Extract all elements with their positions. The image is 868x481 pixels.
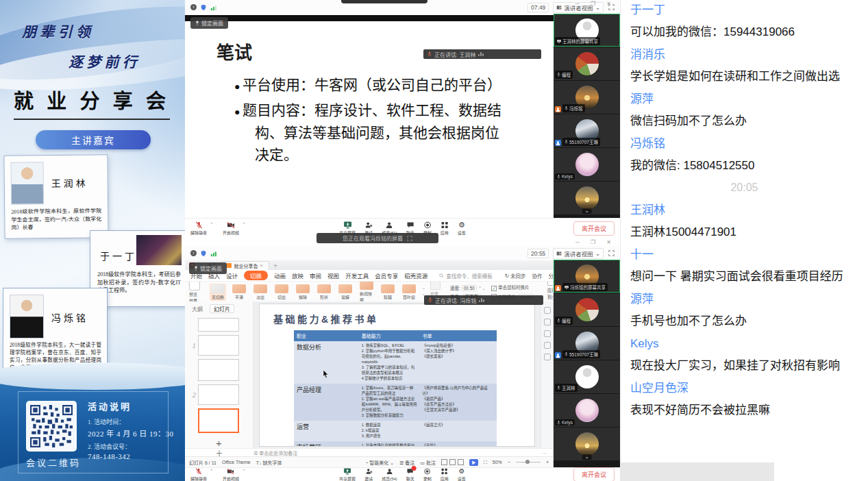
advance-on-click-checkbox[interactable]: ✓单击鼠标时换片	[491, 284, 543, 291]
participant-tile[interactable]: Kelys	[554, 394, 620, 427]
transition-morph[interactable]: 平滑	[231, 284, 247, 301]
more-icon[interactable]: ⋯	[542, 449, 547, 456]
tab-devtools[interactable]: 开发工具	[345, 271, 369, 280]
new-tab-button[interactable]: ＋	[273, 262, 278, 269]
participant-tile[interactable]: 编程	[554, 47, 620, 80]
participant-tile-screen-share[interactable]: 王润林的屏幕共享	[554, 14, 620, 47]
tab-review[interactable]: 审阅	[310, 271, 321, 280]
transition-none[interactable]: 无切换	[210, 284, 226, 301]
tab-slideshow[interactable]: 放映	[292, 271, 303, 280]
zoom-slider[interactable]	[516, 462, 541, 463]
settings-button[interactable]: ⚙ 设置	[458, 468, 466, 481]
close-icon[interactable]: ×	[260, 263, 262, 268]
side-tool-icon[interactable]	[544, 319, 551, 325]
notes-placeholder[interactable]: ☰ 单击此处添加备注	[253, 449, 297, 456]
pin-view-chip[interactable]: 锁定画面	[190, 17, 228, 29]
tab-member[interactable]: 会员专享	[375, 271, 398, 280]
transition-cut[interactable]: 切出	[273, 284, 290, 301]
participant-tile[interactable]: 编程	[554, 293, 620, 326]
slide-thumbnail[interactable]	[198, 318, 239, 332]
participant-tile[interactable]: 55190707王琳	[554, 114, 620, 147]
transition-wheel[interactable]: 轮辐	[380, 284, 396, 301]
collapse-strip-icon[interactable]: ⌄	[582, 208, 592, 214]
side-tool-icon[interactable]	[544, 342, 551, 349]
share-button[interactable]: 分享	[548, 272, 554, 280]
tab-transition[interactable]: 切换	[244, 271, 268, 280]
collapse-strip-icon[interactable]: ⌄	[582, 454, 592, 460]
view-mode-selector[interactable]: 演讲者视图⌄	[553, 248, 604, 259]
transition-wipe[interactable]: 擦除	[295, 284, 311, 301]
settings-button[interactable]: ⚙ 设置	[458, 221, 466, 236]
zoom-in-button[interactable]: +	[546, 460, 549, 465]
slide-thumbnail[interactable]	[198, 335, 239, 356]
chevron-up-icon[interactable]: ⌃	[210, 469, 214, 474]
transition-dissolve[interactable]: 溶解	[337, 284, 354, 301]
mic-icon	[565, 352, 568, 356]
participant-tile[interactable]: Kelys	[554, 148, 620, 181]
slide-thumbnail[interactable]	[198, 384, 239, 405]
window-controls[interactable]: ─ ❐ ✕	[575, 1, 616, 7]
apply-to-all-button[interactable]: 应用到全部	[547, 282, 553, 303]
meeting-info-icon[interactable]: i	[190, 4, 197, 10]
slideshow-play-button[interactable]: ▶	[469, 459, 478, 466]
beautify-button[interactable]: ◔ 智能美化 ⌄	[365, 459, 394, 466]
window-controls[interactable]: ─ ❐ ✕	[575, 239, 616, 245]
unmute-button[interactable]: 解除静音	[190, 221, 207, 236]
tab-view[interactable]: 视图	[327, 271, 339, 280]
zoom-out-button[interactable]: −	[508, 460, 510, 465]
speed-input[interactable]: 00.50	[462, 285, 477, 291]
tab-docer[interactable]: 稻壳资源	[404, 271, 427, 280]
sync-status[interactable]: ↻未同步	[505, 272, 526, 280]
notes-toggle[interactable]: ☰ 备注	[399, 459, 414, 466]
transition-blinds[interactable]: 百叶窗	[401, 284, 417, 301]
chevron-up-icon[interactable]: ⌃	[242, 469, 246, 474]
side-tool-icon[interactable]	[544, 330, 551, 337]
security-shield-icon	[200, 250, 207, 257]
unmute-button[interactable]: 解除静音	[190, 468, 207, 481]
chevron-up-icon[interactable]: ⌃	[210, 222, 214, 227]
slide-thumbnail[interactable]	[198, 359, 239, 381]
participant-tile[interactable]: 王润林	[554, 360, 620, 393]
slide-thumbnail-selected[interactable]	[198, 408, 239, 433]
transition-fade[interactable]: 淡出	[252, 284, 269, 301]
command-search[interactable]: 查找命令、搜索模板	[439, 272, 493, 280]
sync-icon: ↻	[505, 273, 509, 279]
apps-button[interactable]: 应用	[441, 221, 449, 236]
chevron-up-icon[interactable]: ⌃	[242, 222, 246, 227]
fullscreen-icon[interactable]	[407, 236, 412, 241]
record-button[interactable]: 录制	[423, 468, 432, 481]
start-video-button[interactable]: 开启视频	[223, 468, 239, 481]
side-tool-icon[interactable]	[544, 307, 551, 314]
start-video-button[interactable]: 开启视频	[223, 221, 239, 236]
fit-icon[interactable]: ⛶	[484, 460, 487, 465]
preview-effect-button[interactable]: 预览效果	[189, 282, 200, 303]
font-missing-warning[interactable]: T↓ 缺失字体	[256, 459, 282, 466]
invite-button[interactable]: 邀请	[364, 468, 373, 481]
tab-design[interactable]: 设计	[226, 271, 238, 280]
transition-shape[interactable]: 形状	[316, 284, 332, 301]
participant-tile[interactable]: 55190707王琳	[554, 327, 620, 360]
tab-animation[interactable]: 动画	[274, 271, 286, 280]
transition-newsflash[interactable]: 新闻快报	[358, 282, 375, 303]
pin-view-chip[interactable]: 锁定画面	[189, 262, 227, 274]
participant-tile-screen-share[interactable]: 冯烁铭的屏幕共享	[554, 260, 620, 293]
leave-meeting-button[interactable]: 离开会议	[573, 221, 615, 236]
zoom-level[interactable]: 50%	[493, 460, 502, 465]
fullscreen-icon[interactable]	[608, 250, 615, 256]
document-tab[interactable]: 就业分享会 ×	[221, 261, 269, 270]
slides-tab[interactable]: 幻灯片	[210, 304, 234, 313]
members-button[interactable]: 成员(54)	[382, 468, 397, 481]
view-switcher[interactable]	[441, 459, 464, 465]
share-screen-button[interactable]: 共享屏幕	[339, 468, 356, 481]
participant-tile[interactable]: ⌄	[554, 182, 620, 214]
meeting-info-icon[interactable]: i	[190, 250, 197, 256]
apps-button[interactable]: 应用	[441, 468, 449, 481]
side-tool-icon[interactable]	[544, 354, 551, 360]
chat-button[interactable]: 聊天	[406, 468, 414, 481]
comments-toggle[interactable]: ▭ 批注	[420, 459, 436, 466]
collaborate-button[interactable]: 协作	[532, 272, 542, 280]
leave-meeting-button[interactable]: 离开会议	[573, 467, 615, 481]
participant-tile[interactable]: 冯烁铭	[554, 81, 620, 114]
outline-tab[interactable]: 大纲	[192, 305, 203, 312]
participant-tile[interactable]: ⌄	[554, 428, 620, 460]
